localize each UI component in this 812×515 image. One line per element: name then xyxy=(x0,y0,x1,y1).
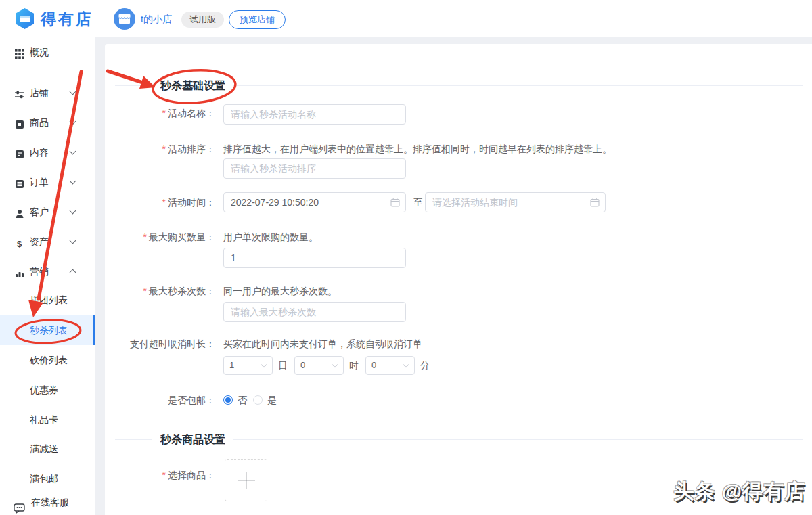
sidebar-item-content[interactable]: 内容 xyxy=(0,144,95,160)
pay-timeout-label: 支付超时取消时长： xyxy=(105,337,215,351)
max-buy-qty-input[interactable] xyxy=(223,248,406,268)
shop-sliders-icon xyxy=(15,88,24,97)
timeout-minute-select[interactable]: 0 xyxy=(365,356,415,375)
preview-shop-button[interactable]: 预览店铺 xyxy=(229,10,286,29)
timeout-day-select[interactable]: 1 xyxy=(223,356,273,375)
subitem-label: 优惠券 xyxy=(30,382,58,398)
timeout-hour-value: 0 xyxy=(300,360,305,370)
day-unit: 日 xyxy=(278,359,288,372)
sidebar-item-label: 营销 xyxy=(30,263,49,279)
subitem-label: 拼团列表 xyxy=(30,292,68,308)
minute-unit: 分 xyxy=(420,359,430,372)
radio-no-selected[interactable] xyxy=(223,395,233,405)
radio-no-label[interactable]: 否 xyxy=(238,393,247,407)
section-title-basic: 秒杀基础设置 xyxy=(152,79,233,93)
activity-name-label: *活动名称： xyxy=(105,106,215,120)
max-buy-qty-label: *最大购买数量： xyxy=(105,230,215,244)
storefront-icon xyxy=(118,14,131,24)
calendar-icon xyxy=(390,198,400,207)
required-mark: * xyxy=(162,108,166,118)
asset-dollar-icon: $ xyxy=(15,237,24,246)
online-service-label: 在线客服 xyxy=(31,489,69,515)
sidebar-item-overview[interactable]: 概况 xyxy=(0,44,95,60)
chevron-down-icon xyxy=(70,178,76,185)
subitem-label: 秒杀列表 xyxy=(30,315,68,345)
end-time-placeholder: 请选择活动结束时间 xyxy=(432,197,518,208)
activity-time-label: *活动时间： xyxy=(105,196,215,209)
svg-text:$: $ xyxy=(17,239,22,248)
required-mark: * xyxy=(162,470,166,480)
sidebar-item-customers[interactable]: 客户 xyxy=(0,204,95,220)
shop-name[interactable]: t的小店 xyxy=(141,14,172,26)
goods-box-icon xyxy=(15,118,24,127)
end-time-picker[interactable]: 请选择活动结束时间 xyxy=(425,192,606,212)
chevron-down-icon xyxy=(70,238,76,244)
timeout-day-value: 1 xyxy=(229,360,234,370)
chevron-down-icon xyxy=(70,89,76,95)
free-shipping-label: 是否包邮： xyxy=(105,393,215,407)
activity-name-input[interactable] xyxy=(223,104,406,125)
start-time-value: 2022-07-29 10:50:20 xyxy=(231,197,319,208)
sidebar-item-marketing[interactable]: 营销 xyxy=(0,263,95,279)
activity-sort-input[interactable] xyxy=(223,158,406,179)
subitem-label: 礼品卡 xyxy=(30,411,58,428)
required-mark: * xyxy=(143,286,147,296)
add-goods-button[interactable] xyxy=(225,459,267,501)
sidebar-item-shop[interactable]: 店铺 xyxy=(0,85,95,101)
max-seckill-times-help: 同一用户的最大秒杀次数。 xyxy=(223,284,337,298)
required-mark: * xyxy=(162,143,166,154)
sidebar-item-orders[interactable]: 订单 xyxy=(0,174,95,190)
chevron-down-icon xyxy=(70,148,76,155)
sidebar-item-label: 订单 xyxy=(30,174,49,190)
sidebar-subitem-full-discount[interactable]: 满减送 xyxy=(0,441,95,457)
chevron-down-icon xyxy=(261,362,267,367)
radio-yes-label[interactable]: 是 xyxy=(267,393,277,407)
sidebar-subitem-seckill-list[interactable]: 秒杀列表 xyxy=(0,315,95,345)
chevron-down-icon xyxy=(70,208,76,215)
sidebar-subitem-free-shipping[interactable]: 满包邮 xyxy=(0,470,95,487)
max-buy-qty-help: 用户单次限购的数量。 xyxy=(223,230,318,244)
timeout-hour-select[interactable]: 0 xyxy=(294,356,344,375)
section-title-goods: 秒杀商品设置 xyxy=(152,432,233,447)
radio-yes[interactable] xyxy=(253,395,263,405)
sidebar-item-label: 概况 xyxy=(30,44,49,60)
sidebar-subitem-coupons[interactable]: 优惠券 xyxy=(0,382,95,398)
sidebar-subitem-group-list[interactable]: 拼团列表 xyxy=(0,292,95,308)
top-header: 得有店 t的小店 试用版 预览店铺 xyxy=(0,0,812,37)
overview-grid-icon xyxy=(15,47,24,57)
required-mark: * xyxy=(162,197,166,208)
max-seckill-times-input[interactable] xyxy=(223,302,406,322)
subitem-label: 满包邮 xyxy=(30,470,58,487)
sidebar-item-label: 客户 xyxy=(30,204,49,220)
select-goods-label: *选择商品： xyxy=(105,468,215,482)
content-doc-icon xyxy=(15,148,24,157)
sidebar-subitem-bargain-list[interactable]: 砍价列表 xyxy=(0,352,95,368)
calendar-icon xyxy=(590,198,600,207)
chat-bubble-icon xyxy=(14,497,25,515)
trial-version-badge: 试用版 xyxy=(181,12,224,28)
chevron-down-icon xyxy=(70,118,76,125)
chevron-down-icon xyxy=(332,362,338,367)
required-mark: * xyxy=(143,231,147,242)
activity-sort-label: *活动排序： xyxy=(105,142,215,156)
sidebar-item-assets[interactable]: $ 资产 xyxy=(0,233,95,250)
sidebar-item-label: 商品 xyxy=(30,114,49,131)
seckill-settings-card: 秒杀基础设置 *活动名称： *活动排序： 排序值越大，在用户端列表中的位置越靠上… xyxy=(105,44,812,515)
shop-avatar[interactable] xyxy=(114,8,135,30)
sidebar-subitem-gift-card[interactable]: 礼品卡 xyxy=(0,411,95,428)
sidebar-nav: 概况 店铺 商品 内容 xyxy=(0,37,95,515)
pay-timeout-help: 买家在此时间内未支付订单，系统自动取消订单 xyxy=(223,337,422,351)
order-list-icon xyxy=(15,177,24,187)
subitem-label: 满减送 xyxy=(30,441,58,457)
start-time-picker[interactable]: 2022-07-29 10:50:20 xyxy=(223,192,406,212)
chevron-up-icon xyxy=(70,269,76,276)
sidebar-item-label: 店铺 xyxy=(30,85,49,101)
sidebar-item-goods[interactable]: 商品 xyxy=(0,114,95,131)
timeout-minute-value: 0 xyxy=(371,360,376,370)
chevron-down-icon xyxy=(403,362,409,367)
subitem-label: 砍价列表 xyxy=(30,352,68,368)
max-seckill-times-label: *最大秒杀次数： xyxy=(105,284,215,298)
customer-person-icon xyxy=(15,207,24,217)
online-service[interactable]: 在线客服 xyxy=(0,489,95,515)
activity-sort-help: 排序值越大，在用户端列表中的位置越靠上。排序值相同时，时间越早在列表的排序越靠上… xyxy=(223,142,612,156)
